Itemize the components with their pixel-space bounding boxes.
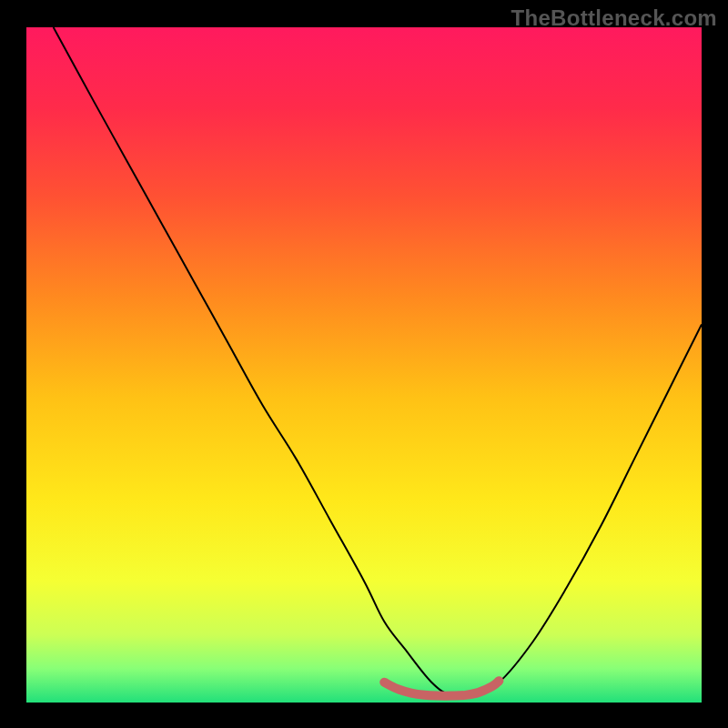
chart-frame: TheBottleneck.com xyxy=(0,0,728,728)
bottleneck-chart xyxy=(26,27,702,703)
gradient-background xyxy=(26,27,702,703)
